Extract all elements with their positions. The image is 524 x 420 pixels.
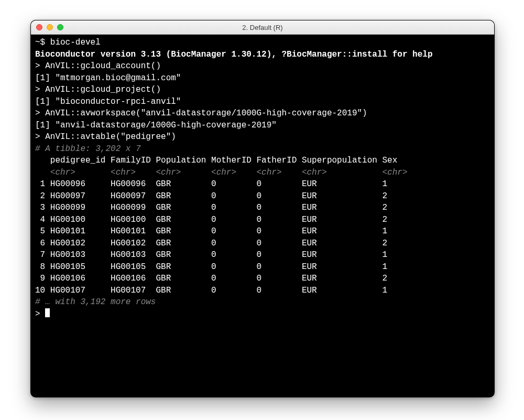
terminal-content[interactable]: ~$ bioc-devel Bioconductor version 3.13 … <box>31 35 494 397</box>
bioc-version-line: Bioconductor version 3.13 (BiocManager 1… <box>35 50 433 59</box>
out-avworkspace: [1] "anvil-datastorage/1000G-high-covera… <box>35 121 277 130</box>
table-row: 8 HG00105 HG00105 GBR 0 0 EUR 1 <box>35 262 387 272</box>
tibble-header: # A tibble: 3,202 x 7 <box>35 144 141 154</box>
table-row: 9 HG00106 HG00106 GBR 0 0 EUR 2 <box>35 274 387 283</box>
cmd-gcloud-account: > AnVIL::gcloud_account() <box>35 61 161 71</box>
traffic-lights <box>31 24 63 30</box>
out-gcloud-account: [1] "mtmorgan.bioc@gmail.com" <box>35 73 181 83</box>
table-row: 7 HG00103 HG00103 GBR 0 0 EUR 1 <box>35 250 387 260</box>
table-row: 6 HG00102 HG00102 GBR 0 0 EUR 2 <box>35 239 387 248</box>
table-type-row: <chr> <chr> <chr> <chr> <chr> <chr> <chr… <box>35 168 408 177</box>
window-title: 2. Default (R) <box>31 24 494 31</box>
cursor-icon <box>45 308 50 317</box>
table-column-header: pedigree_id FamilyID Population MotherID… <box>35 156 397 165</box>
out-gcloud-project: [1] "bioconductor-rpci-anvil" <box>35 97 181 106</box>
terminal-window: 2. Default (R) ~$ bioc-devel Bioconducto… <box>30 20 495 397</box>
tibble-more-rows: # … with 3,192 more rows <box>35 297 156 307</box>
cmd-avworkspace: > AnVIL::avworkspace("anvil-datastorage/… <box>35 109 367 118</box>
table-row: 3 HG00099 HG00099 GBR 0 0 EUR 2 <box>35 203 387 212</box>
titlebar: 2. Default (R) <box>31 20 494 35</box>
cmd-avtable: > AnVIL::avtable("pedigree") <box>35 132 176 142</box>
close-icon[interactable] <box>36 24 42 30</box>
table-row: 2 HG00097 HG00097 GBR 0 0 EUR 2 <box>35 191 387 201</box>
zoom-icon[interactable] <box>57 24 63 30</box>
table-row: 4 HG00100 HG00100 GBR 0 0 EUR 2 <box>35 215 387 224</box>
r-prompt: > <box>35 309 45 319</box>
table-row: 5 HG00101 HG00101 GBR 0 0 EUR 1 <box>35 227 387 236</box>
table-row: 1 HG00096 HG00096 GBR 0 0 EUR 1 <box>35 179 387 189</box>
cmd-gcloud-project: > AnVIL::gcloud_project() <box>35 85 161 94</box>
minimize-icon[interactable] <box>47 24 53 30</box>
table-row: 10 HG00107 HG00107 GBR 0 0 EUR 1 <box>35 286 387 295</box>
shell-prompt-line: ~$ bioc-devel <box>35 38 101 47</box>
